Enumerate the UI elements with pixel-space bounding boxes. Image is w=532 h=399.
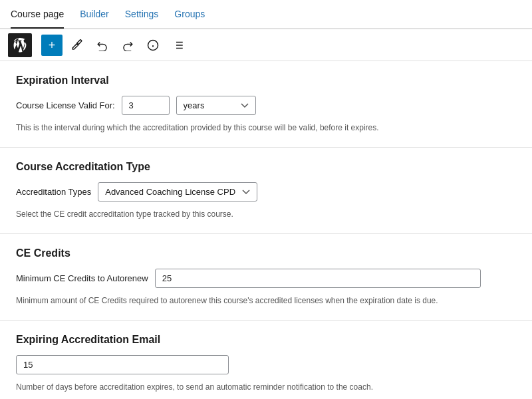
expiring-email-days-input[interactable] xyxy=(16,355,229,374)
expiration-interval-description: This is the interval during which the ac… xyxy=(16,122,516,134)
accreditation-type-description: Select the CE credit accreditation type … xyxy=(16,208,516,220)
ce-credits-description: Minimum amount of CE Credits required to… xyxy=(16,295,516,307)
redo-icon xyxy=(122,39,134,51)
course-license-label: Course License Valid For: xyxy=(16,100,115,110)
info-button[interactable] xyxy=(142,35,164,56)
ce-credits-section: CE Credits Minimum CE Credits to Autoren… xyxy=(0,234,532,321)
expiration-interval-row: Course License Valid For: days weeks mon… xyxy=(16,96,516,115)
list-icon xyxy=(172,39,184,51)
expiring-email-row xyxy=(16,355,516,374)
accreditation-type-label: Accreditation Types xyxy=(16,187,91,197)
wp-logo-icon xyxy=(8,33,32,57)
course-accreditation-title: Course Accreditation Type xyxy=(16,161,516,173)
license-unit-select[interactable]: days weeks months years xyxy=(176,96,256,115)
info-icon xyxy=(147,39,159,51)
license-valid-for-input[interactable] xyxy=(122,96,170,115)
wordpress-icon xyxy=(13,38,27,53)
expiration-interval-section: Expiration Interval Course License Valid… xyxy=(0,61,532,148)
nav-settings[interactable]: Settings xyxy=(125,1,159,27)
brush-icon xyxy=(71,39,83,51)
expiring-email-title: Expiring Accreditation Email xyxy=(16,334,516,346)
list-button[interactable] xyxy=(168,35,189,56)
undo-icon xyxy=(96,39,108,51)
nav-builder[interactable]: Builder xyxy=(80,1,109,27)
accreditation-type-row: Accreditation Types Advanced Coaching Li… xyxy=(16,182,516,201)
brush-button[interactable] xyxy=(66,35,88,56)
nav-course-page[interactable]: Course page xyxy=(11,1,64,29)
ce-credits-label: Minimum CE Credits to Autorenew xyxy=(16,273,148,283)
nav-groups[interactable]: Groups xyxy=(174,1,205,27)
expiring-email-description: Number of days before accreditation expi… xyxy=(16,381,516,393)
add-icon: + xyxy=(49,39,56,51)
editor-toolbar: + xyxy=(0,29,532,61)
redo-button[interactable] xyxy=(117,35,138,56)
accreditation-type-select[interactable]: Advanced Coaching License CPD Point Basi… xyxy=(98,182,257,201)
expiration-interval-title: Expiration Interval xyxy=(16,74,516,86)
main-content: Expiration Interval Course License Valid… xyxy=(0,61,532,399)
course-accreditation-section: Course Accreditation Type Accreditation … xyxy=(0,148,532,234)
ce-credits-title: CE Credits xyxy=(16,247,516,259)
ce-credits-input[interactable] xyxy=(155,269,481,288)
top-navigation: Course page Builder Settings Groups xyxy=(0,0,532,29)
undo-button[interactable] xyxy=(92,35,113,56)
expiring-email-section: Expiring Accreditation Email Number of d… xyxy=(0,321,532,399)
add-block-button[interactable]: + xyxy=(41,35,63,56)
ce-credits-row: Minimum CE Credits to Autorenew xyxy=(16,269,516,288)
